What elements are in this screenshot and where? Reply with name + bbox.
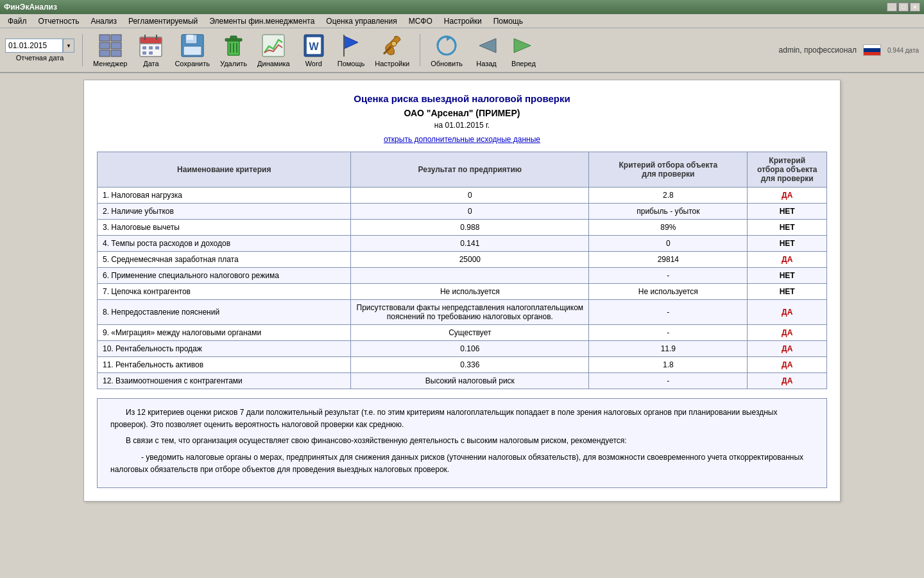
menu-file[interactable]: Файл: [3, 15, 32, 27]
forward-button[interactable]: Вперед: [508, 31, 540, 69]
table-row: 10. Рентабельность продаж 0.106 11.9 ДА: [98, 341, 827, 357]
report-area: Оценка риска выездной налоговой проверки…: [83, 80, 841, 502]
minimize-button[interactable]: _: [887, 3, 897, 12]
header-name: Наименование критерия: [98, 152, 351, 188]
summary-line2: В связи с тем, что организация осуществл…: [110, 435, 814, 447]
back-label: Назад: [476, 60, 497, 67]
save-label: Сохранить: [175, 60, 210, 67]
window-controls[interactable]: _ □ ×: [887, 3, 920, 12]
cell-name: 6. Применение специального налогового ре…: [98, 268, 351, 284]
cell-verdict: НЕТ: [748, 268, 827, 284]
svg-text:W: W: [309, 41, 319, 52]
table-row: 12. Взаимоотношения с контрагентами Высо…: [98, 373, 827, 389]
svg-rect-0: [99, 35, 110, 41]
table-row: 11. Рентабельность активов 0.336 1.8 ДА: [98, 357, 827, 373]
cell-result: 0.141: [351, 236, 589, 252]
svg-rect-1: [111, 35, 121, 41]
cell-criterion: прибыль - убыток: [589, 204, 748, 220]
table-row: 1. Налоговая нагрузка 0 2.8 ДА: [98, 188, 827, 204]
header-verdict: Критерийотбора объектадля проверки: [748, 152, 827, 188]
svg-marker-35: [514, 39, 531, 53]
cell-criterion: 1.8: [589, 357, 748, 373]
word-icon: W: [301, 33, 327, 58]
menu-analysis[interactable]: Анализ: [85, 15, 122, 27]
report-company: ОАО "Арсенал" (ПРИМЕР): [97, 108, 827, 118]
menu-ifrs[interactable]: МСФО: [404, 15, 438, 27]
svg-rect-5: [111, 50, 121, 57]
cell-result: [351, 268, 589, 284]
svg-rect-17: [187, 35, 193, 40]
svg-point-32: [391, 41, 397, 46]
toolbar: ▼ Отчетная дата Менеджер: [0, 28, 924, 73]
close-button[interactable]: ×: [910, 3, 920, 12]
menu-settings[interactable]: Настройки: [439, 15, 487, 27]
svg-rect-18: [184, 46, 201, 55]
svg-rect-13: [142, 51, 146, 55]
chart-icon: [261, 33, 286, 58]
header-result: Результат по предприятию: [351, 152, 589, 188]
cell-result: Не используется: [351, 284, 589, 300]
delete-button[interactable]: Удалить: [218, 31, 250, 69]
cell-criterion: -: [589, 268, 748, 284]
cell-result: 0: [351, 204, 589, 220]
menu-regulated[interactable]: Регламентируемый: [123, 15, 203, 27]
table-row: 3. Налоговые вычеты 0.988 89% НЕТ: [98, 220, 827, 236]
menu-reporting[interactable]: Отчетность: [33, 15, 85, 27]
cell-criterion: 29814: [589, 252, 748, 268]
date-label: Дата: [143, 60, 158, 67]
cell-name: 8. Непредоставление пояснений: [98, 300, 351, 325]
app-title: ФинЭкАнализ: [4, 3, 57, 12]
cell-verdict: НЕТ: [748, 204, 827, 220]
date-field-label: Отчетная дата: [16, 54, 64, 62]
table-row: 4. Темпы роста расходов и доходов 0.141 …: [98, 236, 827, 252]
cell-criterion: 11.9: [589, 341, 748, 357]
settings-button[interactable]: Настройки: [372, 31, 412, 69]
cell-verdict: ДА: [748, 325, 827, 341]
save-button[interactable]: Сохранить: [172, 31, 212, 69]
trash-icon: [221, 33, 246, 58]
cell-criterion: -: [589, 373, 748, 389]
cell-result: Высокий налоговый риск: [351, 373, 589, 389]
forward-label: Вперед: [511, 60, 536, 67]
svg-rect-2: [99, 42, 110, 49]
titlebar: ФинЭкАнализ _ □ ×: [0, 0, 924, 14]
menu-help[interactable]: Помощь: [488, 15, 528, 27]
manager-button[interactable]: Менеджер: [90, 31, 130, 69]
cell-result: 0.988: [351, 220, 589, 236]
dynamic-button[interactable]: Динамика: [255, 31, 293, 69]
cell-criterion: Не используется: [589, 284, 748, 300]
back-button[interactable]: Назад: [470, 31, 502, 69]
cell-criterion: -: [589, 325, 748, 341]
table-row: 2. Наличие убытков 0 прибыль - убыток НЕ…: [98, 204, 827, 220]
flag-icon: [338, 33, 364, 58]
svg-marker-29: [344, 36, 358, 49]
cell-verdict: НЕТ: [748, 284, 827, 300]
dynamic-label: Динамика: [257, 60, 290, 67]
report-title: Оценка риска выездной налоговой проверки: [97, 93, 827, 104]
cell-verdict: ДА: [748, 373, 827, 389]
help-button[interactable]: Помощь: [335, 31, 368, 69]
date-dropdown-button[interactable]: ▼: [63, 39, 74, 53]
date-button[interactable]: Дата: [135, 31, 167, 69]
cell-verdict: ДА: [748, 252, 827, 268]
table-row: 9. «Миграция» между налоговыми органами …: [98, 325, 827, 341]
maximize-button[interactable]: □: [898, 3, 909, 12]
word-button[interactable]: W Word: [298, 31, 330, 69]
settings-label: Настройки: [375, 60, 409, 67]
menu-governance[interactable]: Оценка управления: [321, 15, 402, 27]
floppy-icon: [180, 33, 205, 58]
svg-rect-14: [149, 51, 153, 55]
cell-criterion: 89%: [589, 220, 748, 236]
open-data-link[interactable]: открыть дополнительные исходные данные: [384, 135, 540, 144]
cell-criterion: 0: [589, 236, 748, 252]
refresh-button[interactable]: Обновить: [428, 31, 465, 69]
forward-icon: [511, 33, 536, 58]
cell-verdict: ДА: [748, 188, 827, 204]
svg-rect-12: [155, 46, 159, 49]
cell-criterion: -: [589, 300, 748, 325]
svg-rect-4: [99, 50, 110, 57]
date-input[interactable]: [5, 39, 63, 53]
cell-verdict: ДА: [748, 341, 827, 357]
summary-line3: - уведомить налоговые органы о мерах, пр…: [110, 451, 814, 476]
menu-financial[interactable]: Элементы фин.менеджмента: [204, 15, 320, 27]
